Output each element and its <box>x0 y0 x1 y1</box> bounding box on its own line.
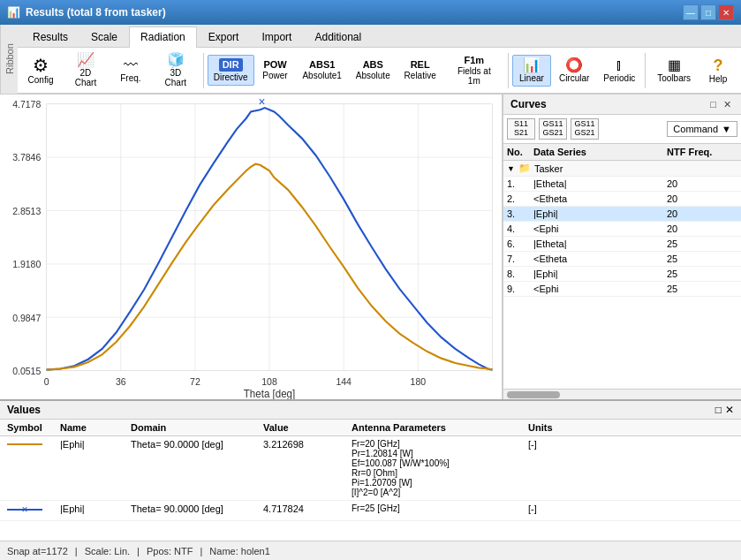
curves-row-7[interactable]: 7. <Etheta 25 <box>503 252 741 267</box>
power-label: Power <box>262 71 287 80</box>
svg-text:36: 36 <box>116 376 126 387</box>
curves-row-1[interactable]: 1. |Etheta| 20 <box>503 177 741 192</box>
values-domain-2: Theta= 90.0000 [deg] <box>131 503 263 514</box>
curves-header: Curves □ ✕ <box>503 95 741 115</box>
2d-chart-icon: 📈 <box>77 53 95 67</box>
s11-s21-button-2[interactable]: GS11GS21 <box>539 118 567 140</box>
row-4-ntf: 20 <box>667 223 737 234</box>
svg-text:0.9847: 0.9847 <box>12 312 41 322</box>
freq-button[interactable]: 〰 Freq. <box>111 55 150 87</box>
curves-table-body: ▼ 📁 Tasker 1. |Etheta| 20 2. <Etheta 20 <box>503 161 741 389</box>
s11-s21-button-1[interactable]: S11S21 <box>507 118 535 140</box>
window-controls[interactable]: — □ ✕ <box>683 4 734 20</box>
svg-text:3.7846: 3.7846 <box>12 152 41 163</box>
curves-row-6[interactable]: 6. |Etheta| 25 <box>503 237 741 252</box>
curves-row-9[interactable]: 9. <Ephi 25 <box>503 282 741 297</box>
command-dropdown[interactable]: Command ▼ <box>667 121 737 137</box>
status-separator-2: | <box>137 546 140 556</box>
close-button[interactable]: ✕ <box>718 4 734 20</box>
col-data-series: Data Series <box>533 147 601 157</box>
curves-close-button[interactable]: ✕ <box>721 99 734 110</box>
tab-import[interactable]: Import <box>250 26 303 47</box>
app-icon: 📊 <box>7 6 20 19</box>
values-value-2: 4.717824 <box>263 503 352 514</box>
s11-s21-button-3[interactable]: GS11GS21 <box>571 118 599 140</box>
linear-button[interactable]: 📊 Linear <box>512 55 551 87</box>
row-6-no: 6. <box>507 238 533 249</box>
values-controls[interactable]: □ ✕ <box>715 404 734 416</box>
status-bar: Snap at=1172 | Scale: Lin. | Ppos: NTF |… <box>0 541 741 560</box>
values-restore-button[interactable]: □ <box>715 404 722 416</box>
config-button[interactable]: ⚙ Config <box>21 53 60 88</box>
curves-row-8[interactable]: 8. |Ephi| 25 <box>503 267 741 282</box>
curves-restore-button[interactable]: □ <box>707 99 719 110</box>
power-button[interactable]: POW Power <box>256 57 295 84</box>
row-2-no: 2. <box>507 193 533 204</box>
scale-info: Scale: Lin. <box>85 546 130 556</box>
ribbon-container: Ribbon Results Scale Radiation Export Im… <box>0 25 741 95</box>
curves-row-3[interactable]: 3. |Ephi| 20 <box>503 207 741 222</box>
toolbars-button[interactable]: ▦ Toolbars <box>651 55 697 87</box>
row-7-no: 7. <box>507 254 533 264</box>
row-9-series: <Ephi <box>533 284 601 294</box>
values-row-1[interactable]: |Ephi| Theta= 90.0000 [deg] 3.212698 Fr=… <box>0 436 741 501</box>
tab-results[interactable]: Results <box>21 26 79 47</box>
3d-chart-label: 3D Chart <box>158 68 193 87</box>
values-close-button[interactable]: ✕ <box>725 404 734 416</box>
absolute1-icon: ABS1 <box>309 60 335 70</box>
maximize-button[interactable]: □ <box>700 4 716 20</box>
scroll-thumb[interactable] <box>507 391 560 398</box>
tab-export[interactable]: Export <box>197 26 251 47</box>
help-button[interactable]: ? Help <box>699 54 737 87</box>
circular-button[interactable]: ⭕ Circular <box>553 55 595 87</box>
tab-radiation[interactable]: Radiation <box>129 26 197 48</box>
row-7-series: <Etheta <box>533 254 601 264</box>
values-units-2: [-] <box>528 503 581 514</box>
minimize-button[interactable]: — <box>683 4 699 20</box>
fields-at-1m-button[interactable]: F1m Fields at 1m <box>444 52 504 89</box>
2d-chart-button[interactable]: 📈 2D Chart <box>62 49 110 91</box>
chart-area[interactable]: 0.0515 0.9847 1.9180 2.8513 3.7846 4.717… <box>0 95 503 399</box>
values-header: Values □ ✕ <box>0 401 741 420</box>
values-domain-1: Theta= 90.0000 [deg] <box>131 439 263 450</box>
col-symbol: Symbol <box>7 422 60 433</box>
row-6-series: |Etheta| <box>533 238 601 249</box>
periodic-icon: ⫿ <box>616 58 623 72</box>
values-antenna-1: Fr=20 [GHz] Pr=1.20814 [W] Ef=100.087 [W… <box>352 439 528 497</box>
ribbon-content: Results Scale Radiation Export Import Ad… <box>18 25 741 94</box>
group-expand-icon: ▼ <box>507 164 515 173</box>
curves-row-4[interactable]: 4. <Ephi 20 <box>503 222 741 237</box>
tab-additional[interactable]: Additional <box>303 26 373 47</box>
col-empty <box>601 147 668 157</box>
relative-icon: REL <box>411 60 430 70</box>
tabs-row: Results Scale Radiation Export Import Ad… <box>18 25 741 48</box>
toolbars-label: Toolbars <box>657 73 691 83</box>
curves-row-2[interactable]: 2. <Etheta 20 <box>503 192 741 207</box>
3d-chart-button[interactable]: 🧊 3D Chart <box>152 49 200 91</box>
row-7-ntf: 25 <box>667 254 737 264</box>
separator-2 <box>508 53 509 88</box>
command-dropdown-arrow: ▼ <box>722 124 731 134</box>
row-1-ntf: 20 <box>667 178 737 189</box>
values-symbol-1 <box>7 439 60 451</box>
status-separator-1: | <box>75 546 78 556</box>
curves-toolbar: S11S21 GS11GS21 GS11GS21 Command ▼ <box>503 115 741 144</box>
ribbon-label: Ribbon <box>0 25 18 94</box>
absolute-button[interactable]: ABS Absolute <box>350 57 397 84</box>
title-bar: 📊 Results (total 8 from tasker) — □ ✕ <box>0 0 741 25</box>
values-row-2[interactable]: × |Ephi| Theta= 90.0000 [deg] 4.717824 F… <box>0 501 741 521</box>
row-9-ntf: 25 <box>667 284 737 294</box>
tab-scale[interactable]: Scale <box>79 26 129 47</box>
periodic-button[interactable]: ⫿ Periodic <box>597 55 641 87</box>
directive-button[interactable]: DIR Directive <box>208 55 254 86</box>
relative-button[interactable]: REL Relative <box>398 57 442 84</box>
name-info: Name: holen1 <box>209 546 270 556</box>
curves-window-controls[interactable]: □ ✕ <box>707 99 734 110</box>
absolute1-button[interactable]: ABS1 Absolute1 <box>297 57 348 84</box>
separator-3 <box>645 53 646 88</box>
svg-text:108: 108 <box>261 376 277 387</box>
values-table-header: Symbol Name Domain Value Antenna Paramet… <box>0 420 741 436</box>
curves-scrollbar[interactable] <box>503 389 741 399</box>
toolbar-row: ⚙ Config 📈 2D Chart 〰 Freq. 🧊 3D Chart <box>18 48 741 94</box>
fields-at-1m-label: Fields at 1m <box>450 66 498 86</box>
